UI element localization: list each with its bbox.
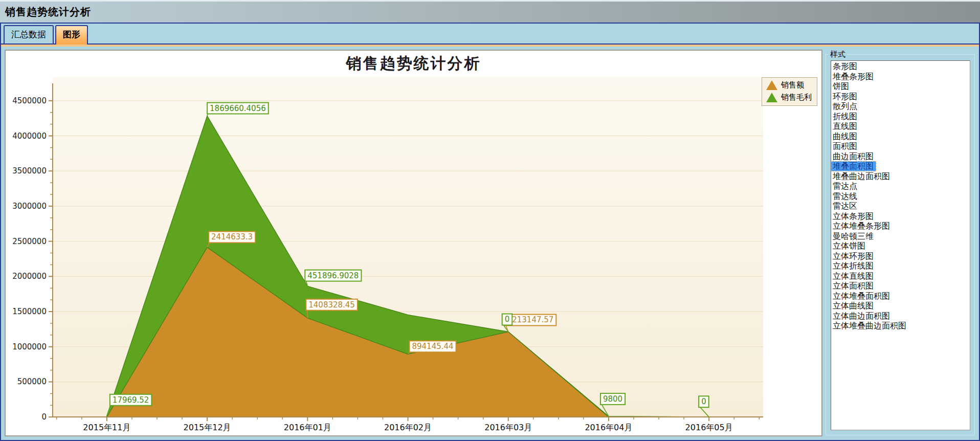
legend-triangle-marker bbox=[766, 80, 777, 90]
point-label-text: 451896.9028 bbox=[307, 271, 359, 280]
chart-panel: 销售趋势统计分析 0500000100000015000002000000250… bbox=[5, 50, 822, 436]
stacked-area-chart: 0500000100000015000002000000250000030000… bbox=[6, 74, 821, 434]
legend-item: 销售毛利 bbox=[766, 93, 812, 102]
point-label-text: 9800 bbox=[603, 394, 622, 404]
x-tick-label: 2016年05月 bbox=[685, 423, 733, 432]
style-list-item[interactable]: 立体直线图 bbox=[831, 271, 970, 281]
style-list-item[interactable]: 堆叠面积图 bbox=[831, 161, 970, 171]
y-tick-label: 3500000 bbox=[12, 166, 47, 175]
point-label-text: 0 bbox=[701, 397, 706, 406]
style-list-item-selected[interactable]: 堆叠面积图 bbox=[831, 161, 876, 171]
point-label-pointer bbox=[307, 310, 307, 318]
style-list-item[interactable]: 立体环形图 bbox=[831, 251, 970, 261]
y-tick-label: 4000000 bbox=[12, 131, 47, 141]
point-label-text: 0 bbox=[505, 315, 510, 324]
style-list[interactable]: 条形图堆叠条形图饼图环形图散列点折线图直线图曲线图面积图曲边面积图堆叠面积图堆叠… bbox=[831, 60, 970, 430]
style-list-item[interactable]: 立体折线图 bbox=[831, 261, 970, 271]
point-label-text: 1408328.45 bbox=[308, 300, 355, 310]
x-tick-label: 2016年04月 bbox=[585, 423, 632, 432]
y-tick-label: 500000 bbox=[17, 377, 47, 386]
tab-strip: 汇总数据 图形 bbox=[1, 24, 979, 45]
style-list-item[interactable]: 立体饼图 bbox=[831, 241, 970, 251]
y-tick-label: 2500000 bbox=[12, 237, 47, 246]
y-tick-label: 3000000 bbox=[12, 202, 47, 211]
style-list-item[interactable]: 面积图 bbox=[831, 141, 970, 151]
application-window: 销售趋势统计分析 汇总数据 图形 销售趋势统计分析 05000001000000… bbox=[0, 0, 980, 441]
x-tick-label: 2015年11月 bbox=[83, 423, 130, 432]
legend-item: 销售额 bbox=[766, 80, 812, 90]
point-label-text: 17969.52 bbox=[113, 395, 149, 405]
style-list-item[interactable]: 堆叠曲边面积图 bbox=[831, 171, 970, 182]
tab-page-graph: 销售趋势统计分析 0500000100000015000002000000250… bbox=[1, 47, 979, 440]
legend-label: 销售额 bbox=[781, 80, 804, 90]
style-list-item[interactable]: 直线图 bbox=[831, 121, 970, 131]
y-tick-label: 0 bbox=[41, 412, 47, 422]
style-list-item[interactable]: 条形图 bbox=[831, 61, 970, 72]
style-list-item[interactable]: 立体堆叠面积图 bbox=[831, 291, 970, 301]
style-panel: 样式 条形图堆叠条形图饼图环形图散列点折线图直线图曲线图面积图曲边面积图堆叠面积… bbox=[826, 50, 976, 436]
style-list-item[interactable]: 曼哈顿三维 bbox=[831, 231, 970, 241]
style-groupbox-label: 样式 bbox=[829, 50, 847, 59]
y-tick-label: 1000000 bbox=[12, 342, 47, 351]
style-list-item[interactable]: 曲边面积图 bbox=[831, 151, 970, 162]
x-tick-label: 2016年03月 bbox=[484, 423, 532, 432]
style-list-item[interactable]: 曲线图 bbox=[831, 131, 970, 142]
style-list-item[interactable]: 雷达区 bbox=[831, 201, 970, 211]
y-tick-label: 1500000 bbox=[12, 307, 47, 316]
chart-legend: 销售额销售毛利 bbox=[762, 77, 817, 106]
style-list-item[interactable]: 散列点 bbox=[831, 101, 970, 112]
y-tick-label: 2000000 bbox=[12, 272, 47, 281]
legend-label: 销售毛利 bbox=[781, 93, 812, 102]
style-list-item[interactable]: 雷达线 bbox=[831, 191, 970, 202]
style-groupbox: 样式 条形图堆叠条形图饼图环形图散列点折线图直线图曲线图面积图曲边面积图堆叠面积… bbox=[826, 50, 975, 435]
window-title-bar: 销售趋势统计分析 bbox=[0, 0, 980, 23]
style-list-item[interactable]: 环形图 bbox=[831, 92, 970, 102]
style-list-item[interactable]: 立体曲边面积图 bbox=[831, 311, 970, 321]
tab-graph[interactable]: 图形 bbox=[55, 25, 88, 45]
x-tick-label: 2015年12月 bbox=[184, 423, 231, 432]
legend-triangle-marker bbox=[766, 93, 777, 102]
tab-summary-data[interactable]: 汇总数据 bbox=[4, 25, 54, 43]
y-tick-label: 4500000 bbox=[12, 96, 47, 105]
chart-title: 销售趋势统计分析 bbox=[6, 53, 821, 74]
style-list-item[interactable]: 堆叠条形图 bbox=[831, 72, 970, 82]
point-label-text: 894145.44 bbox=[412, 342, 454, 351]
window-title: 销售趋势统计分析 bbox=[5, 5, 91, 19]
style-list-item[interactable]: 立体堆叠曲边面积图 bbox=[831, 321, 970, 331]
style-list-item[interactable]: 立体面积图 bbox=[831, 281, 970, 291]
style-list-item[interactable]: 折线图 bbox=[831, 112, 970, 122]
style-list-item[interactable]: 立体曲线图 bbox=[831, 301, 970, 311]
style-list-item[interactable]: 立体堆叠条形图 bbox=[831, 221, 970, 231]
tab-control: 汇总数据 图形 销售趋势统计分析 05000001000000150000020… bbox=[0, 23, 980, 441]
point-label-text: 1213147.57 bbox=[507, 315, 554, 324]
style-list-item[interactable]: 饼图 bbox=[831, 81, 970, 92]
style-list-item[interactable]: 雷达点 bbox=[831, 181, 970, 191]
x-tick-label: 2016年01月 bbox=[284, 423, 331, 432]
style-list-item[interactable]: 立体条形图 bbox=[831, 211, 970, 222]
point-label-text: 2414633.3 bbox=[211, 232, 253, 241]
point-label-text: 1869660.4056 bbox=[210, 104, 266, 113]
x-tick-label: 2016年02月 bbox=[384, 423, 432, 432]
